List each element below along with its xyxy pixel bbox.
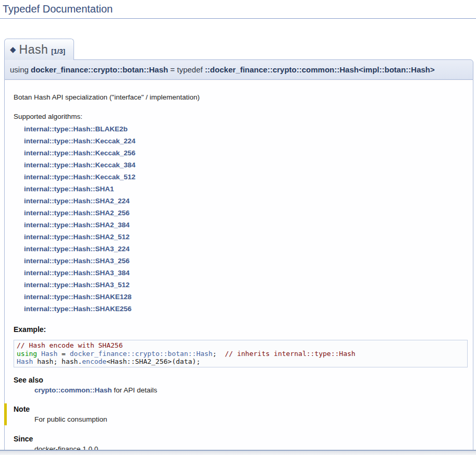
example-label: Example: xyxy=(14,325,468,334)
typedef-member-block: ◆Hash[1/3] using docker_finance::crypto:… xyxy=(4,39,473,455)
algorithm-link[interactable]: internal::type::Hash::SHA2_256 xyxy=(24,209,130,217)
code-plain xyxy=(37,350,41,358)
see-also-content: crypto::common::Hash for API details xyxy=(34,386,468,394)
algorithm-list-item: internal::type::Hash::SHA2_512 xyxy=(24,231,468,243)
note-text: For public consumption xyxy=(34,415,468,423)
code-plain: <Hash::SHA2_256>(data); xyxy=(106,358,200,365)
algorithm-link[interactable]: internal::type::Hash::Keccak_512 xyxy=(24,173,136,181)
code-line: // Hash encode with SHA256 xyxy=(17,341,465,350)
see-also-text: for API details xyxy=(112,386,157,394)
page-title: Typedef Documentation xyxy=(0,3,476,19)
see-also-label: See also xyxy=(14,376,468,384)
algorithm-link[interactable]: internal::type::Hash::Keccak_224 xyxy=(24,137,136,145)
brief-description: Botan Hash API specialization ("interfac… xyxy=(14,93,468,101)
member-documentation: Botan Hash API specialization ("interfac… xyxy=(4,80,473,455)
algorithm-link[interactable]: internal::type::Hash::SHA3_384 xyxy=(24,269,130,277)
permalink-diamond-icon[interactable]: ◆ xyxy=(10,45,16,54)
algorithm-link[interactable]: internal::type::Hash::BLAKE2b xyxy=(24,125,128,133)
proto-target-type: ::docker_finance::crypto::common::Hash<i… xyxy=(205,65,435,74)
algorithm-list-item: internal::type::Hash::SHA2_224 xyxy=(24,195,468,207)
member-overload-index: [1/3] xyxy=(51,47,65,55)
algorithm-link[interactable]: internal::type::Hash::SHAKE128 xyxy=(24,293,131,301)
note-section: Note For public consumption xyxy=(4,403,468,425)
algorithm-list-item: internal::type::Hash::SHA2_256 xyxy=(24,207,468,219)
code-comment: // Hash encode with SHA256 xyxy=(17,341,123,349)
code-line: using Hash = docker_finance::crypto::bot… xyxy=(17,350,465,358)
algorithm-link[interactable]: internal::type::Hash::SHA2_512 xyxy=(24,233,130,241)
algorithm-list-item: internal::type::Hash::Keccak_224 xyxy=(24,135,468,147)
member-prototype: using docker_finance::crypto::botan::Has… xyxy=(4,59,473,80)
proto-using-keyword: using xyxy=(10,65,31,74)
algorithm-link[interactable]: internal::type::Hash::Keccak_384 xyxy=(24,161,136,169)
code-plain: ; xyxy=(213,350,225,358)
proto-equals-typedef: = typedef xyxy=(168,65,204,74)
proto-typedef-name: docker_finance::crypto::botan::Hash xyxy=(31,65,168,74)
code-link[interactable]: docker_finance::crypto::botan::Hash xyxy=(70,350,213,358)
algorithm-list-item: internal::type::Hash::SHAKE128 xyxy=(24,291,468,303)
code-link[interactable]: Hash xyxy=(41,350,57,358)
code-plain: hash; hash. xyxy=(33,358,82,365)
algorithm-list-item: internal::type::Hash::SHA2_384 xyxy=(24,219,468,231)
algorithm-link[interactable]: internal::type::Hash::Keccak_256 xyxy=(24,149,136,157)
code-fragment: // Hash encode with SHA256using Hash = d… xyxy=(14,340,468,367)
algorithm-list-item: internal::type::Hash::SHA3_512 xyxy=(24,279,468,291)
algorithm-list: internal::type::Hash::BLAKE2binternal::t… xyxy=(24,123,468,315)
algorithm-list-item: internal::type::Hash::Keccak_512 xyxy=(24,171,468,183)
algorithm-list-item: internal::type::Hash::Keccak_384 xyxy=(24,159,468,171)
algorithm-list-item: internal::type::Hash::SHA3_224 xyxy=(24,243,468,255)
note-label: Note xyxy=(14,405,468,413)
member-name: Hash xyxy=(19,43,48,56)
footer-divider xyxy=(0,450,476,455)
algorithm-list-item: internal::type::Hash::SHAKE256 xyxy=(24,303,468,315)
algorithm-list-item: internal::type::Hash::SHA1 xyxy=(24,183,468,195)
code-comment: // inherits internal::type::Hash xyxy=(225,350,355,358)
since-label: Since xyxy=(14,435,468,443)
code-link[interactable]: encode xyxy=(82,358,106,365)
algorithm-list-item: internal::type::Hash::SHA3_256 xyxy=(24,255,468,267)
algorithm-link[interactable]: internal::type::Hash::SHA2_384 xyxy=(24,221,130,229)
code-plain: = xyxy=(57,350,69,358)
code-keyword: using xyxy=(17,350,37,358)
algorithm-link[interactable]: internal::type::Hash::SHA3_224 xyxy=(24,245,130,253)
algorithm-link[interactable]: internal::type::Hash::SHA1 xyxy=(24,185,114,193)
algorithm-link[interactable]: internal::type::Hash::SHA2_224 xyxy=(24,197,130,205)
algorithm-list-item: internal::type::Hash::Keccak_256 xyxy=(24,147,468,159)
see-also-link[interactable]: crypto::common::Hash xyxy=(34,386,112,394)
supported-algorithms-label: Supported algorithms: xyxy=(14,113,468,120)
see-also-section: See also crypto::common::Hash for API de… xyxy=(14,376,468,394)
algorithm-link[interactable]: internal::type::Hash::SHAKE256 xyxy=(24,305,131,313)
algorithm-link[interactable]: internal::type::Hash::SHA3_256 xyxy=(24,257,130,265)
example-section: Example: xyxy=(14,325,468,334)
algorithm-link[interactable]: internal::type::Hash::SHA3_512 xyxy=(24,281,130,289)
algorithm-list-item: internal::type::Hash::BLAKE2b xyxy=(24,123,468,135)
algorithm-list-item: internal::type::Hash::SHA3_384 xyxy=(24,267,468,279)
code-link[interactable]: Hash xyxy=(17,358,33,365)
member-tab: ◆Hash[1/3] xyxy=(4,39,74,60)
code-line: Hash hash; hash.encode<Hash::SHA2_256>(d… xyxy=(17,358,465,366)
